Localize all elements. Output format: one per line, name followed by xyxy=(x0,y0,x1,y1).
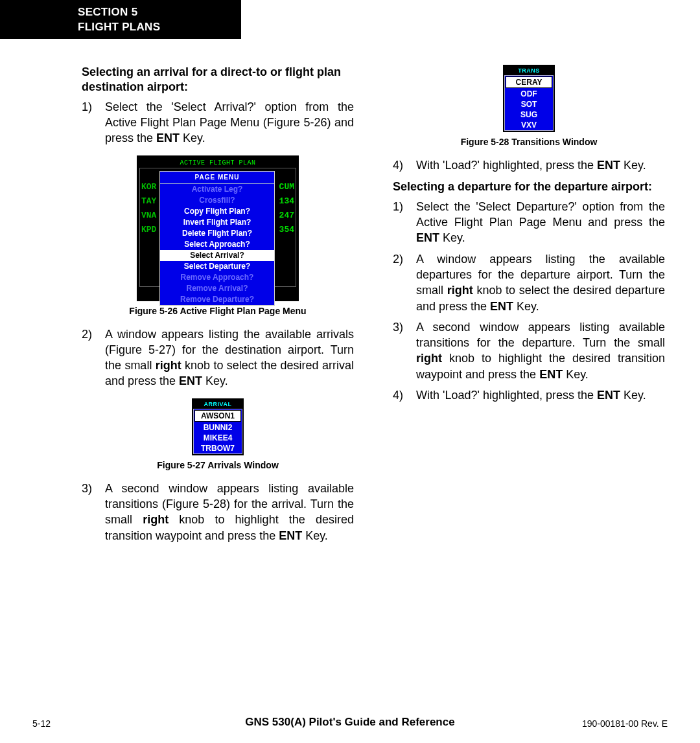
arrival-steps: Select the 'Select Arrival?' option from… xyxy=(82,99,354,146)
fig528-list-item: ODF xyxy=(505,89,553,99)
fig526-menu-item: Delete Flight Plan? xyxy=(160,228,274,239)
right-column: TRANS CERAYODFSOTSUGVXV Figure 5-28 Tran… xyxy=(393,65,665,549)
departure-heading: Selecting a departure for the departure … xyxy=(393,179,665,194)
ent-key-label: ENT xyxy=(279,529,302,542)
departure-step2-c: Key. xyxy=(513,300,539,313)
arrival-steps-cont2: A second window appears listing availabl… xyxy=(82,481,354,543)
fig528-body: TRANS CERAYODFSOTSUGVXV xyxy=(503,65,555,132)
departure-step-2: A window appears listing the available d… xyxy=(393,251,665,314)
ent-key-label: ENT xyxy=(539,368,563,381)
fig527-caption: Figure 5-27 Arrivals Window xyxy=(82,459,354,472)
fig528-list: CERAYODFSOTSUGVXV xyxy=(504,75,554,131)
page-content: Selecting an arrival for a direct-to or … xyxy=(82,65,665,549)
fig527-list-item: MIKEE4 xyxy=(194,433,242,443)
fig527-header: ARRIVAL xyxy=(193,400,242,409)
arrival-step4-list: With 'Load?' highlighted, press the ENT … xyxy=(393,157,665,173)
bg-left-1: TAY xyxy=(141,194,156,209)
fig526-menu-item: Copy Flight Plan? xyxy=(160,206,274,217)
fig526-menu-items: Activate Leg?Crossfill?Copy Flight Plan?… xyxy=(160,184,274,305)
ent-key-label: ENT xyxy=(416,231,439,244)
arrival-step-3: A second window appears listing availabl… xyxy=(82,481,354,543)
fig526-bg-right: CUM 134 247 354 xyxy=(279,180,294,237)
fig526-menu-item: Remove Approach? xyxy=(160,272,274,283)
departure-step-3: A second window appears listing availabl… xyxy=(393,319,665,382)
figure-5-28: TRANS CERAYODFSOTSUGVXV Figure 5-28 Tran… xyxy=(393,65,665,148)
arrival-step1-b: Key. xyxy=(180,131,205,144)
departure-step3-a: A second window appears listing availabl… xyxy=(416,321,665,349)
fig528-caption: Figure 5-28 Transitions Window xyxy=(393,136,665,148)
departure-step4-b: Key. xyxy=(620,389,646,402)
fig526-menu-item: Remove Departure? xyxy=(160,294,274,305)
arrival-step4-b: Key. xyxy=(620,159,646,172)
fig527-list-item: TRBOW7 xyxy=(194,443,242,453)
arrival-step-1: Select the 'Select Arrival?' option from… xyxy=(82,99,354,146)
departure-step-4: With 'Load?' highlighted, press the ENT … xyxy=(393,387,665,403)
fig528-list-item: SOT xyxy=(505,99,553,109)
departure-steps: Select the 'Select Departure?' option fr… xyxy=(393,199,665,404)
footer-title: GNS 530(A) Pilot's Guide and Reference xyxy=(0,715,700,730)
fig528-list-item: VXV xyxy=(505,120,553,130)
departure-step-1: Select the 'Select Departure?' option fr… xyxy=(393,199,665,246)
fig526-menu-item: Crossfill? xyxy=(160,195,274,206)
arrival-step1-a: Select the 'Select Arrival?' option from… xyxy=(105,100,354,145)
fig526-bg-left: KOR TAY VNA KPD xyxy=(141,180,156,237)
figure-5-26: ACTIVE FLIGHT PLAN KOR TAY VNA KPD CUM 1… xyxy=(82,155,354,317)
arrival-step3-c: Key. xyxy=(302,529,328,542)
bg-left-2: VNA xyxy=(141,209,156,223)
section-line1: SECTION 5 xyxy=(78,5,241,20)
figure-5-27: ARRIVAL AWSON1BUNNI2MIKEE4TRBOW7 Figure … xyxy=(82,398,354,472)
ent-key-label: ENT xyxy=(597,389,620,402)
fig527-body: ARRIVAL AWSON1BUNNI2MIKEE4TRBOW7 xyxy=(192,398,244,455)
ent-key-label: ENT xyxy=(597,159,620,172)
bg-left-3: KPD xyxy=(141,223,156,237)
fig526-menu-title: PAGE MENU xyxy=(160,172,274,184)
arrival-heading: Selecting an arrival for a direct-to or … xyxy=(82,65,354,95)
fig526-menu-item: Select Arrival? xyxy=(160,250,274,261)
arrival-step-4: With 'Load?' highlighted, press the ENT … xyxy=(393,157,665,173)
fig526-page-menu: PAGE MENU Activate Leg?Crossfill?Copy Fl… xyxy=(159,171,275,306)
ent-key-label: ENT xyxy=(490,300,513,313)
fig526-menu-item: Invert Flight Plan? xyxy=(160,217,274,228)
fig526-menu-item: Select Approach? xyxy=(160,239,274,250)
bg-right-0: CUM xyxy=(279,180,294,194)
fig526-screen-title: ACTIVE FLIGHT PLAN xyxy=(139,158,296,168)
bg-left-0: KOR xyxy=(141,180,156,194)
ent-key-label: ENT xyxy=(179,374,202,387)
page-footer: 5-12 GNS 530(A) Pilot's Guide and Refere… xyxy=(0,718,700,730)
fig526-menu-item: Remove Arrival? xyxy=(160,283,274,294)
right-knob-label: right xyxy=(447,284,473,297)
departure-step1-a: Select the 'Select Departure?' option fr… xyxy=(416,200,665,229)
arrival-step2-c: Key. xyxy=(202,374,228,387)
fig526-body: ACTIVE FLIGHT PLAN KOR TAY VNA KPD CUM 1… xyxy=(137,155,299,301)
fig528-list-item: SUG xyxy=(505,109,553,120)
arrival-steps-cont1: A window appears listing the available a… xyxy=(82,326,354,389)
bg-right-1: 134 xyxy=(279,194,294,209)
bg-right-3: 354 xyxy=(279,223,294,237)
departure-step3-c: Key. xyxy=(563,368,589,381)
fig528-list-item: CERAY xyxy=(506,76,552,88)
arrival-step-2: A window appears listing the available a… xyxy=(82,326,354,389)
right-knob-label: right xyxy=(156,359,181,372)
right-knob-label: right xyxy=(416,352,442,365)
right-knob-label: right xyxy=(143,513,169,526)
departure-step1-b: Key. xyxy=(439,231,465,244)
departure-step4-a: With 'Load?' highlighted, press the xyxy=(416,389,597,402)
left-column: Selecting an arrival for a direct-to or … xyxy=(82,65,354,549)
fig528-header: TRANS xyxy=(504,66,554,75)
fig526-menu-item: Select Departure? xyxy=(160,261,274,272)
section-line2: FLIGHT PLANS xyxy=(78,20,241,35)
fig526-caption: Figure 5-26 Active Flight Plan Page Menu xyxy=(82,305,354,317)
ent-key-label: ENT xyxy=(156,131,180,144)
fig527-list-item: BUNNI2 xyxy=(194,422,242,433)
bg-right-2: 247 xyxy=(279,209,294,223)
fig527-list-item: AWSON1 xyxy=(194,410,241,422)
arrival-step4-a: With 'Load?' highlighted, press the xyxy=(416,159,597,172)
section-header-block: SECTION 5 FLIGHT PLANS xyxy=(0,0,241,39)
fig527-list: AWSON1BUNNI2MIKEE4TRBOW7 xyxy=(193,409,242,454)
fig526-menu-item: Activate Leg? xyxy=(160,184,274,195)
fig526-area: KOR TAY VNA KPD CUM 134 247 354 PAGE MEN… xyxy=(139,168,296,287)
